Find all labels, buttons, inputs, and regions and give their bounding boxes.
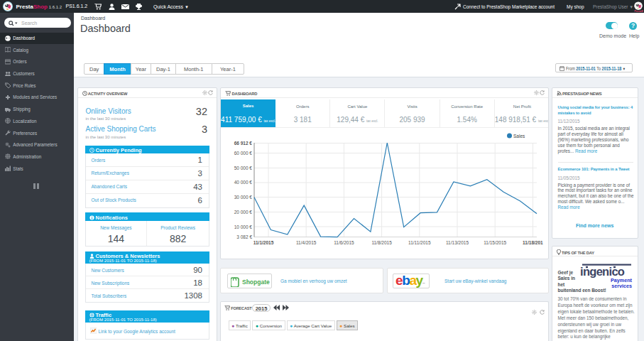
svg-text:66 912 €: 66 912 € bbox=[234, 141, 253, 146]
svg-text:11/8/2015: 11/8/2015 bbox=[371, 240, 392, 245]
svg-text:11/1/2015: 11/1/2015 bbox=[253, 240, 274, 245]
svg-text:PrestaShop: PrestaShop bbox=[635, 9, 644, 12]
svg-text:11/6/2015: 11/6/2015 bbox=[334, 240, 354, 245]
svg-text:20 000 €: 20 000 € bbox=[234, 210, 253, 215]
svg-text:10 000 €: 10 000 € bbox=[234, 224, 253, 229]
svg-text:11/15/2015: 11/15/2015 bbox=[484, 240, 506, 245]
svg-text:11/13/2015: 11/13/2015 bbox=[446, 240, 469, 245]
svg-text:11/11/2015: 11/11/2015 bbox=[408, 240, 431, 245]
svg-text:40 000 €: 40 000 € bbox=[234, 180, 253, 185]
svg-text:3 082 €: 3 082 € bbox=[236, 234, 252, 239]
svg-text:30 000 €: 30 000 € bbox=[234, 195, 253, 200]
svg-text:11/4/2015: 11/4/2015 bbox=[296, 240, 317, 245]
svg-text:50 000 €: 50 000 € bbox=[234, 166, 253, 170]
svg-text:services: services bbox=[611, 283, 632, 289]
svg-text:Sales: Sales bbox=[513, 134, 525, 139]
svg-text:11/18/201: 11/18/201 bbox=[523, 240, 543, 245]
svg-text:60 000 €: 60 000 € bbox=[234, 151, 253, 156]
